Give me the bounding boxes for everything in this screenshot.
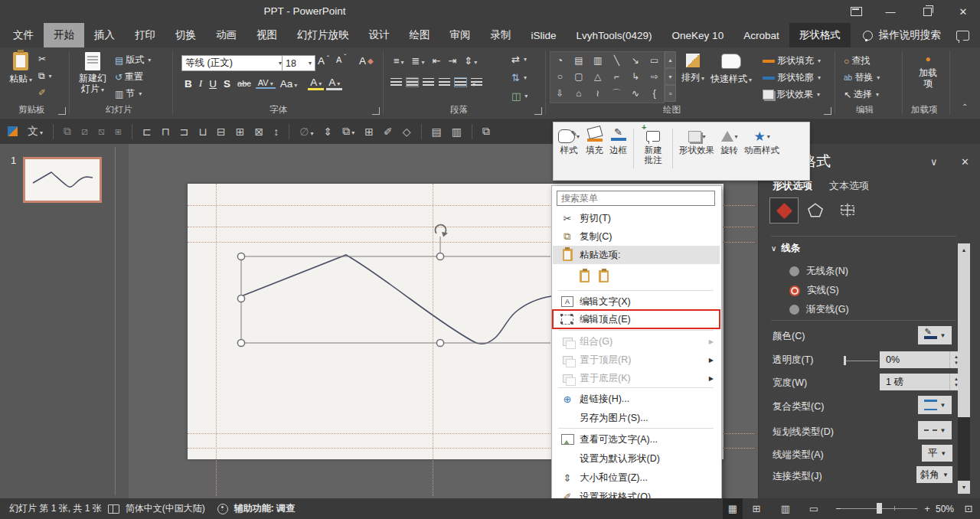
menu-item-size-position[interactable]: ⇕ 大小和位置(Z)... (553, 468, 720, 487)
select-button[interactable]: ↖选择 (844, 88, 879, 101)
menu-item-bring-to-front[interactable]: 置于顶层(R) ▶ (553, 351, 720, 369)
menu-search-input[interactable] (557, 191, 715, 206)
font-color-button[interactable]: A (326, 77, 342, 90)
reset-button[interactable]: ↺重置 (115, 70, 143, 83)
shape-round-rect-icon[interactable]: ▢ (574, 71, 583, 82)
menu-item-paste-options[interactable]: 粘贴选项: (553, 246, 720, 264)
close-button[interactable]: ✕ (952, 5, 975, 18)
columns-button[interactable] (471, 78, 482, 86)
format-painter-button[interactable]: ✐ (38, 87, 46, 98)
shape-triangle-icon[interactable]: △ (594, 71, 601, 82)
align-left-icon[interactable]: ⊏ (142, 126, 152, 138)
ribbon-display-options-button[interactable] (844, 5, 867, 18)
shape-pie-icon[interactable]: ◔ (557, 55, 563, 66)
border-button[interactable]: ✎ 边框 (609, 127, 627, 155)
paragraph-dialog-launcher[interactable] (534, 107, 542, 115)
align-right-button[interactable] (423, 78, 434, 86)
shape-elbow-arrow-icon[interactable]: ↳ (632, 71, 639, 82)
tab-slideshow[interactable]: 幻灯片放映 (287, 23, 359, 47)
rotate-button[interactable]: ▾ 旋转 (720, 127, 738, 155)
increase-indent-button[interactable]: ⇥ (448, 55, 456, 67)
menu-item-edit-points[interactable]: 编辑顶点(E) (553, 310, 720, 328)
align-center-button[interactable] (407, 78, 418, 86)
clear-formatting-button[interactable]: A◆ (357, 55, 374, 67)
align-middle-icon[interactable]: ⊟ (217, 126, 226, 138)
reading-view-button[interactable]: ▥ (776, 498, 795, 519)
addins-button[interactable]: ● 加载项 (911, 54, 945, 89)
align-top-icon[interactable]: ⊔ (198, 126, 207, 138)
justify-button[interactable] (439, 78, 450, 86)
tab-record[interactable]: 录制 (481, 23, 521, 47)
accessibility-status[interactable]: 辅助功能: 调查 (234, 502, 295, 515)
ungroup-icon[interactable]: ⧄ (81, 125, 88, 138)
distribute-button[interactable] (455, 78, 466, 86)
color-dropdown[interactable]: ▼ (918, 326, 952, 344)
swap-icon[interactable]: ↕ (273, 126, 279, 138)
tab-home[interactable]: 开始 (44, 23, 84, 47)
duplicate-icon[interactable]: ⊞ (364, 126, 374, 138)
text-direction-button[interactable]: ⇄ (511, 54, 527, 65)
layout-button[interactable]: ▤版式 (115, 54, 151, 67)
panel-options-chevron-icon[interactable]: ∨ (930, 156, 938, 168)
menu-item-send-to-back[interactable]: 置于底层(K) ▶ (553, 369, 720, 387)
menu-item-alt-text[interactable]: 查看可选文字(A)... (553, 430, 720, 449)
panel-tab-shape-options[interactable]: 形状选项 (773, 179, 812, 193)
shape-textbox-icon[interactable]: ▤ (574, 55, 583, 66)
tab-lvyhtools[interactable]: LvyhTools(0429) (567, 23, 662, 47)
paste-button[interactable]: 粘贴 (9, 52, 32, 86)
menu-item-edit-text[interactable]: A 编辑文字(X) (553, 292, 720, 311)
panel-scrollbar-thumb[interactable] (958, 256, 970, 417)
tab-animations[interactable]: 动画 (206, 23, 247, 47)
radio-no-line[interactable]: 无线条(N) (789, 265, 848, 278)
menu-item-copy[interactable]: ⧉ 复制(C) (553, 227, 720, 246)
compound-type-dropdown[interactable]: ▼ (918, 396, 952, 414)
line-spacing-button[interactable]: ⇕ (464, 55, 477, 67)
shape-line-icon[interactable]: ╲ (614, 55, 619, 66)
accessibility-icon[interactable] (217, 504, 228, 514)
effects-tab-button[interactable] (802, 197, 829, 222)
text-box-icon[interactable]: ▤ (432, 126, 442, 138)
align-left-button[interactable] (390, 78, 402, 86)
tab-islide[interactable]: iSlide (521, 23, 567, 47)
line-section-header[interactable]: ∨线条 (771, 242, 800, 255)
shape-rect-icon[interactable]: ▭ (650, 55, 658, 66)
zoom-level[interactable]: 50% (936, 498, 954, 519)
bullets-button[interactable]: ≡ (394, 55, 404, 67)
distribute-v-icon[interactable]: ⊠ (255, 126, 264, 138)
regroup-icon[interactable]: ⧅ (98, 125, 105, 138)
character-spacing-button[interactable]: AV (256, 78, 276, 89)
shape-arrow-line-icon[interactable]: ↘ (632, 55, 639, 66)
minimize-button[interactable]: — (879, 5, 902, 18)
arrange-button[interactable]: 排列 (681, 54, 704, 84)
convert-smartart-button[interactable]: ◫ (511, 90, 528, 102)
animation-styles-button[interactable]: ★▾ 动画样式 (744, 127, 779, 155)
panel-scrollbar-track[interactable] (958, 417, 970, 481)
cut-button[interactable]: ✂ (38, 54, 46, 64)
menu-item-hyperlink[interactable]: ⊕ 超链接(H)... (553, 390, 720, 408)
tab-transitions[interactable]: 切换 (165, 23, 206, 47)
panel-scroll-down-button[interactable]: ▼ (958, 481, 970, 494)
width-spinner[interactable]: 1 磅▲▼ (880, 374, 962, 390)
dash-type-dropdown[interactable]: ▼ (918, 421, 952, 439)
clipboard-dialog-launcher[interactable] (58, 107, 66, 115)
tab-file[interactable]: 文件 (3, 23, 44, 47)
panel-scroll-up-button[interactable]: ▲ (958, 243, 970, 256)
text-box-vertical-icon[interactable]: ▥ (452, 126, 462, 138)
size-properties-tab-button[interactable] (834, 197, 861, 222)
normal-view-button[interactable]: ▦ (723, 498, 743, 519)
shape-vtextbox-icon[interactable]: ▥ (593, 55, 602, 66)
merge-icon[interactable]: ⧆ (115, 125, 122, 138)
shape-curve-icon[interactable]: ∿ (632, 88, 639, 99)
none-icon[interactable]: ∅ (299, 126, 313, 138)
panel-close-icon[interactable]: ✕ (961, 156, 969, 168)
font-dialog-launcher[interactable] (372, 107, 380, 115)
section-button[interactable]: ▥节 (115, 87, 142, 100)
new-comment-button[interactable]: + 新建批注 (640, 127, 666, 165)
shape-pentagon-icon[interactable]: ⌂ (576, 88, 581, 99)
radio-solid-line[interactable]: 实线(S) (789, 284, 839, 297)
tab-review[interactable]: 审阅 (440, 23, 481, 47)
shadow-button[interactable]: S (221, 78, 233, 90)
join-type-dropdown[interactable]: 斜角▼ (916, 466, 952, 483)
shape-effects-button[interactable]: 形状效果 (763, 88, 820, 101)
shapes-gallery[interactable]: ◔▤▥╲↘▭ ○▢△⌐↳⇨ ⇩⌂≀⌒∿{ (550, 51, 665, 103)
